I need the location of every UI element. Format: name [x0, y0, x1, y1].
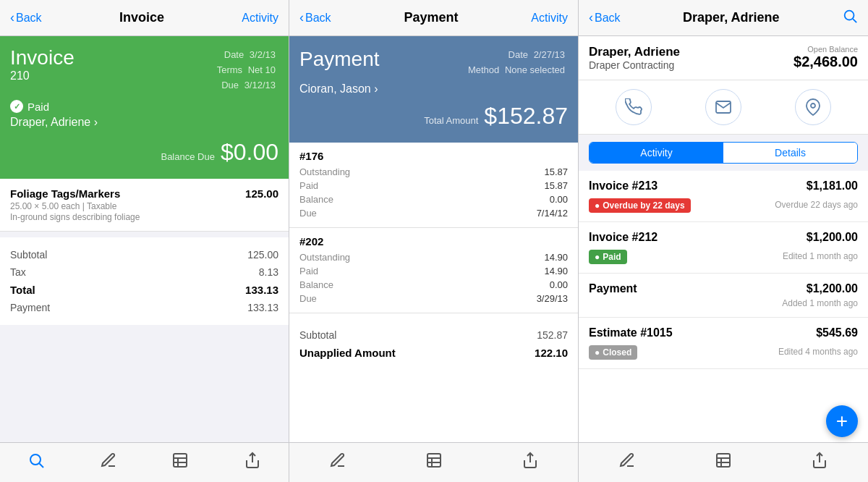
paid-value-202: 14.90	[544, 266, 568, 276]
activity-item-invoice-212[interactable]: Invoice #212 $1,200.00 ● Paid Edited 1 m…	[579, 222, 868, 274]
activity-item-212-amount: $1,200.00	[807, 231, 858, 244]
invoice-meta: Date 3/2/13 Terms Net 10 Due 3/12/13	[217, 48, 278, 93]
invoice-balance-label: Balance Due	[161, 151, 214, 162]
svg-point-12	[845, 11, 854, 20]
edit-toolbar-icon	[100, 452, 117, 473]
payment-share-button[interactable]	[510, 449, 550, 476]
payment-item-202: #202 Outstanding 14.90 Paid 14.90 Balanc…	[289, 228, 578, 313]
activity-item-213-title: Invoice #213	[589, 179, 658, 193]
payment-item-176: #176 Outstanding 15.87 Paid 15.87 Balanc…	[289, 143, 578, 228]
contact-share-button[interactable]	[799, 449, 840, 476]
invoice-client[interactable]: Draper, Adriene ›	[10, 116, 278, 129]
payment-meta: Date 2/27/13 Method None selected	[468, 48, 568, 78]
payment-item-176-paid: Paid 15.87	[299, 179, 568, 193]
payment-amount-row: Total Amount $152.87	[299, 103, 568, 130]
total-label: Total	[10, 284, 35, 296]
payment-edit-button[interactable]	[318, 449, 358, 476]
payment-method-label: Method	[468, 64, 499, 75]
activity-item-invoice-213[interactable]: Invoice #213 $1,181.00 ● Overdue by 22 d…	[579, 171, 868, 222]
contact-back-chevron-icon: ‹	[589, 10, 593, 25]
svg-point-14	[811, 103, 815, 108]
contact-list-icon	[715, 452, 732, 473]
payment-list-button[interactable]	[414, 449, 454, 476]
due-value-202: 3/29/13	[537, 293, 568, 304]
payment-item-176-outstanding: Outstanding 15.87	[299, 165, 568, 179]
payment-subtotals: Subtotal 152.87 Unapplied Amount 122.10	[289, 319, 578, 369]
subtotal-row: Subtotal 125.00	[10, 246, 278, 263]
contact-list-button[interactable]	[703, 449, 744, 476]
svg-rect-15	[717, 454, 730, 467]
list-toolbar-icon	[171, 452, 189, 473]
outstanding-value-202: 14.90	[544, 252, 568, 263]
payment-label: Payment	[299, 48, 380, 71]
back-chevron-icon: ‹	[10, 10, 14, 25]
payment-item-176-balance: Balance 0.00	[299, 193, 568, 206]
due-value: 7/14/12	[537, 208, 568, 219]
due-label-202: Due	[299, 293, 317, 304]
contact-company: Draper Contracting	[589, 59, 680, 71]
list-toolbar-button[interactable]	[160, 449, 200, 476]
payment-list-icon	[425, 452, 443, 473]
outstanding-label-202: Outstanding	[299, 252, 350, 263]
payment-toolbar	[289, 442, 578, 482]
invoice-header: Invoice 210 Date 3/2/13 Terms Net 10 Due…	[0, 36, 289, 179]
invoice-nav-bar: ‹ Back Invoice Activity	[0, 0, 289, 36]
invoice-activity-button[interactable]: Activity	[242, 12, 278, 25]
total-row: Total 133.13	[10, 281, 278, 299]
phone-button[interactable]	[616, 89, 652, 125]
payment-method-row: Method None selected	[468, 63, 568, 78]
add-fab-button[interactable]: +	[826, 405, 858, 437]
segment-activity-button[interactable]: Activity	[590, 143, 723, 163]
activity-item-payment[interactable]: Payment $1,200.00 Added 1 month ago	[579, 274, 868, 318]
paid-badge: ● Paid	[589, 250, 627, 264]
line-item-detail: 25.00 × 5.00 each | Taxable	[10, 201, 278, 211]
invoice-balance-row: Balance Due $0.00	[10, 139, 278, 166]
paid-badge-label: Paid	[603, 252, 621, 262]
invoice-status: Paid	[27, 101, 49, 113]
location-button[interactable]	[795, 89, 831, 125]
balance-value: 0.00	[550, 194, 568, 205]
activity-item-payment-title: Payment	[589, 282, 637, 295]
contact-nav-bar: ‹ Back Draper, Adriene	[579, 0, 868, 36]
contact-back-label: Back	[595, 12, 621, 25]
contact-nav-title: Draper, Adriene	[683, 10, 779, 25]
edit-toolbar-button[interactable]	[88, 449, 129, 476]
contact-edit-button[interactable]	[607, 449, 647, 476]
contact-search-button[interactable]	[842, 8, 858, 28]
subtotal-value: 125.00	[247, 249, 278, 261]
paid-label-202: Paid	[299, 266, 318, 276]
total-value: 133.13	[245, 284, 278, 296]
paid-badge-icon: ●	[595, 252, 600, 262]
payment-back-button[interactable]: ‹ Back	[299, 10, 331, 25]
line-item-name-row: Foliage Tags/Markers 125.00	[10, 187, 278, 200]
activity-item-1015-top: Estimate #1015 $545.69	[589, 326, 858, 339]
payment-items-container: #176 Outstanding 15.87 Paid 15.87 Balanc…	[289, 143, 578, 442]
activity-item-estimate-1015[interactable]: Estimate #1015 $545.69 ● Closed Edited 4…	[579, 318, 868, 369]
invoice-back-label: Back	[16, 12, 42, 25]
payment-nav-title: Payment	[404, 10, 458, 25]
activity-item-212-top: Invoice #212 $1,200.00	[589, 231, 858, 244]
payment-label: Payment	[10, 302, 50, 313]
line-item-amount: 125.00	[245, 187, 278, 200]
balance-label: Balance	[299, 194, 333, 205]
closed-badge-label: Closed	[603, 347, 631, 358]
share-toolbar-button[interactable]	[232, 449, 273, 476]
activity-item-212-bottom: ● Paid Edited 1 month ago	[589, 247, 858, 264]
email-button[interactable]	[705, 89, 741, 125]
search-toolbar-button[interactable]	[16, 449, 56, 476]
invoice-date-label: Date	[224, 49, 244, 60]
invoice-label-group: Invoice 210	[10, 48, 75, 83]
invoice-back-button[interactable]: ‹ Back	[10, 10, 42, 25]
payment-date-label: Date	[509, 49, 528, 60]
contact-back-button[interactable]: ‹ Back	[589, 10, 621, 25]
payment-share-icon	[522, 452, 539, 473]
payment-subtotal-value: 152.87	[537, 329, 568, 341]
contact-edit-icon	[618, 452, 636, 473]
payment-client[interactable]: Cioran, Jason ›	[299, 83, 568, 96]
paid-value: 15.87	[544, 180, 568, 191]
segment-details-button[interactable]: Details	[723, 143, 857, 163]
invoice-balance-amount: $0.00	[221, 139, 278, 166]
paid-check-icon: ✓	[10, 100, 23, 113]
payment-activity-button[interactable]: Activity	[531, 12, 568, 25]
activity-item-payment-top: Payment $1,200.00	[589, 282, 858, 295]
